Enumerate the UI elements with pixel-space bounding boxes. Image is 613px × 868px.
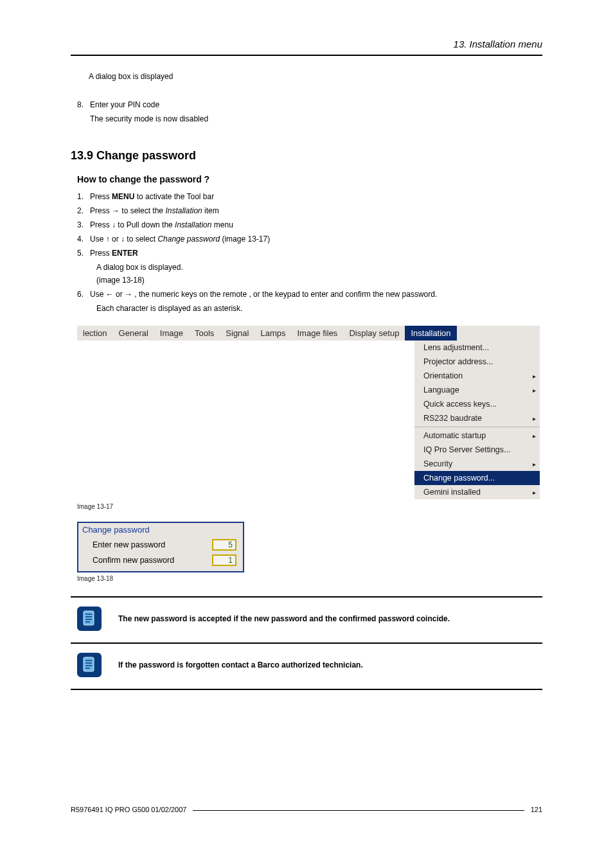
confirm-password-field[interactable]: 1: [212, 554, 236, 566]
dropdown-separator: [414, 427, 540, 427]
note-text: If the password is forgotten contact a B…: [118, 660, 363, 669]
intro-dialog-line: A dialog box is displayed: [89, 72, 542, 81]
step-text-b: Installation: [175, 220, 211, 229]
note-icon: [77, 607, 102, 631]
chevron-right-icon: ▸: [533, 489, 536, 496]
menubar-tab-display-setup[interactable]: Display setup: [343, 326, 405, 341]
chevron-right-icon: ▸: [533, 415, 536, 422]
step-5-sub2: (image 13-18): [96, 276, 542, 285]
menubar-tab-installation[interactable]: Installation: [405, 326, 456, 341]
dialog-row-confirm: Confirm new password 1: [78, 552, 243, 567]
note-text: The new password is accepted if the new …: [118, 614, 450, 623]
figure-caption-2: Image 13-18: [77, 575, 542, 582]
menubar-tab-lamps[interactable]: Lamps: [254, 326, 291, 341]
step-text-b: MENU: [112, 192, 134, 201]
section-heading: 13.9 Change password: [71, 149, 542, 163]
svg-rect-0: [84, 611, 94, 625]
footer-docid: R5976491 IQ PRO G500 01/02/2007: [71, 806, 186, 813]
dropdown-item-change-password[interactable]: Change password...: [414, 471, 540, 485]
dialog-row-enter: Enter new password 5: [78, 536, 243, 552]
dropdown-item-gemini-installed[interactable]: Gemini installed▸: [414, 485, 540, 499]
step-6-sub: Each character is displayed as an asteri…: [96, 304, 542, 313]
step-number: 4.: [77, 235, 84, 244]
step-text-c: to activate the Tool bar: [134, 192, 214, 201]
step-text-b: Change password: [157, 235, 220, 244]
dropdown-item-rs232-baudrate[interactable]: RS232 baudrate▸: [414, 411, 540, 425]
intro-block: A dialog box is displayed: [89, 72, 542, 81]
step-6: 6. Use ← or → , the numeric keys on the …: [77, 290, 542, 299]
dropdown-item-label: Projector address...: [423, 357, 493, 366]
chevron-right-icon: ▸: [533, 373, 536, 380]
menubar-tab-lection[interactable]: lection: [77, 326, 113, 341]
chevron-right-icon: ▸: [533, 387, 536, 394]
menu-figure: lectionGeneralImageToolsSignalLampsImage…: [77, 326, 540, 499]
step-5-sub1: A dialog box is displayed.: [96, 263, 542, 272]
step-text-c: (image 13-17): [220, 235, 270, 244]
step-text-a: Press → to select the: [90, 206, 165, 215]
step-number: 5.: [77, 249, 84, 258]
step-text-c: item: [202, 206, 219, 215]
step-text-c: menu: [211, 220, 233, 229]
menubar-tab-image[interactable]: Image: [154, 326, 189, 341]
chevron-right-icon: ▸: [533, 432, 536, 439]
note-2: If the password is forgotten contact a B…: [71, 644, 542, 690]
step-text-a: Press: [90, 249, 112, 258]
dropdown-item-label: RS232 baudrate: [423, 414, 482, 423]
dropdown-item-projector-address[interactable]: Projector address...: [414, 355, 540, 369]
menubar-tab-tools[interactable]: Tools: [189, 326, 220, 341]
change-password-dialog: Change password Enter new password 5 Con…: [77, 522, 244, 572]
intro-step-8-sub: The security mode is now disabled: [90, 114, 542, 123]
dialog-row-label: Confirm new password: [93, 556, 174, 565]
intro-step-8: 8. Enter your PIN code: [77, 100, 542, 109]
menubar-tab-general[interactable]: General: [113, 326, 154, 341]
dropdown-item-label: Language: [423, 385, 459, 394]
step-1: 1. Press MENU to activate the Tool bar: [77, 192, 542, 201]
dropdown-item-label: Quick access keys...: [423, 400, 497, 409]
menubar-tab-signal[interactable]: Signal: [220, 326, 254, 341]
dropdown-item-orientation[interactable]: Orientation▸: [414, 369, 540, 383]
step-text: Use ← or → , the numeric keys on the rem…: [90, 290, 437, 299]
svg-rect-5: [84, 657, 94, 671]
dropdown-item-label: Orientation: [423, 371, 463, 380]
step-number: 1.: [77, 192, 84, 201]
dropdown-item-automatic-startup[interactable]: Automatic startup▸: [414, 429, 540, 443]
step-number: 6.: [77, 290, 84, 299]
step-text-a: Press ↓ to Pull down the: [90, 220, 175, 229]
dropdown-item-label: Security: [423, 459, 452, 468]
enter-password-field[interactable]: 5: [212, 539, 236, 551]
menubar: lectionGeneralImageToolsSignalLampsImage…: [77, 326, 540, 341]
note-1: The new password is accepted if the new …: [71, 598, 542, 644]
installation-dropdown: Lens adjustment...Projector address...Or…: [414, 341, 540, 499]
step-text: Enter your PIN code: [90, 100, 159, 109]
menubar-tab-image-files[interactable]: Image files: [292, 326, 344, 341]
figure-caption-1: Image 13-17: [77, 503, 542, 510]
step-text-a: Use ↑ or ↓ to select: [90, 235, 157, 244]
dialog-row-label: Enter new password: [93, 540, 165, 549]
step-number: 2.: [77, 206, 84, 215]
steps-list: 1. Press MENU to activate the Tool bar 2…: [77, 192, 542, 313]
chevron-right-icon: ▸: [533, 461, 536, 468]
dialog-title: Change password: [78, 523, 243, 536]
step-5: 5. Press ENTER: [77, 249, 542, 258]
page-header: 13. Installation menu: [71, 39, 542, 56]
dropdown-item-quick-access-keys[interactable]: Quick access keys...: [414, 397, 540, 411]
dropdown-item-label: Automatic startup: [423, 431, 486, 440]
step-3: 3. Press ↓ to Pull down the Installation…: [77, 220, 542, 229]
footer-rule: [193, 810, 524, 811]
dropdown-item-label: Gemini installed: [423, 488, 481, 497]
dropdown-item-security[interactable]: Security▸: [414, 457, 540, 471]
dropdown-item-language[interactable]: Language▸: [414, 383, 540, 397]
dropdown-item-iq-pro-server-settings[interactable]: IQ Pro Server Settings...: [414, 443, 540, 457]
step-2: 2. Press → to select the Installation it…: [77, 206, 542, 215]
dropdown-item-label: IQ Pro Server Settings...: [423, 445, 510, 454]
step-4: 4. Use ↑ or ↓ to select Change password …: [77, 235, 542, 244]
footer-page: 121: [531, 806, 542, 813]
step-text-b: Installation: [165, 206, 202, 215]
header-title: 13. Installation menu: [454, 39, 542, 49]
step-number: 8.: [77, 100, 84, 109]
step-number: 3.: [77, 220, 84, 229]
dropdown-item-lens-adjustment[interactable]: Lens adjustment...: [414, 341, 540, 355]
dropdown-item-label: Lens adjustment...: [423, 343, 489, 352]
step-text-a: Press: [90, 192, 112, 201]
page-footer: R5976491 IQ PRO G500 01/02/2007 121: [71, 806, 542, 813]
